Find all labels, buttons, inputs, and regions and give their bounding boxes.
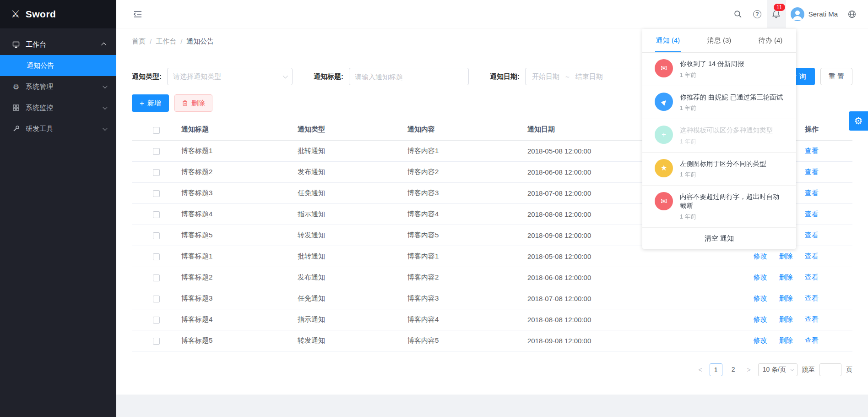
- gear-icon: ⚙: [854, 115, 863, 126]
- notification-title: 你推荐的 曲妮妮 已通过第三轮面试: [680, 93, 783, 102]
- notification-item[interactable]: ▶ 你推荐的 曲妮妮 已通过第三轮面试 1 年前: [642, 86, 796, 120]
- gear-icon: ⚙: [12, 82, 20, 91]
- row-action-edit[interactable]: 修改: [754, 294, 767, 302]
- menu-fold-icon: [133, 10, 142, 19]
- header-notice-type: 通知类型: [298, 119, 407, 140]
- sidebar-item-label: 系统管理: [26, 82, 53, 91]
- row-action-view[interactable]: 查看: [805, 231, 819, 239]
- page-unit-label: 页: [846, 366, 852, 374]
- settings-fab-button[interactable]: ⚙: [849, 111, 868, 131]
- row-checkbox[interactable]: [153, 211, 160, 218]
- row-action-delete[interactable]: 删除: [779, 252, 793, 260]
- row-action-delete[interactable]: 删除: [779, 273, 793, 281]
- row-action-delete[interactable]: 删除: [779, 315, 793, 323]
- row-checkbox[interactable]: [153, 253, 160, 260]
- row-checkbox[interactable]: [153, 190, 160, 197]
- search-icon[interactable]: [728, 0, 748, 28]
- notice-type-select[interactable]: 请选择通知类型: [167, 68, 293, 85]
- row-action-view[interactable]: 查看: [805, 336, 819, 344]
- row-checkbox[interactable]: [153, 317, 160, 324]
- pagination: < 1 2 > 10 条/页 跳至 页: [132, 363, 852, 376]
- page-number-2[interactable]: 2: [727, 363, 740, 376]
- notification-bell-button[interactable]: 11: [767, 0, 786, 28]
- user-name: Serati Ma: [808, 10, 838, 18]
- sidebar-menu: 工作台 通知公告 ⚙ 系统管理 系统监控: [0, 28, 116, 139]
- tab-todos[interactable]: 待办 (4): [745, 29, 796, 52]
- row-checkbox[interactable]: [153, 148, 160, 155]
- prev-page-button[interactable]: <: [696, 366, 705, 373]
- row-checkbox[interactable]: [153, 169, 160, 176]
- page-size-select[interactable]: 10 条/页: [758, 363, 797, 376]
- row-action-view[interactable]: 查看: [805, 147, 819, 154]
- cell-notice-type: 发布通知: [298, 267, 407, 288]
- tab-messages[interactable]: 消息 (3): [694, 29, 745, 52]
- header-notice-content: 通知内容: [407, 119, 527, 140]
- sidebar-item-dev-tools[interactable]: 研发工具: [0, 118, 116, 139]
- sidebar-item-system-manage[interactable]: ⚙ 系统管理: [0, 76, 116, 97]
- add-button[interactable]: + 新增: [132, 94, 169, 112]
- delete-button[interactable]: 删除: [174, 94, 212, 112]
- cell-notice-date: 2018-06-08 12:00:00: [527, 267, 711, 288]
- sidebar-collapse-button[interactable]: [128, 0, 147, 28]
- breadcrumb-home[interactable]: 首页: [132, 37, 146, 46]
- row-action-view[interactable]: 查看: [805, 315, 819, 323]
- sidebar-item-workbench[interactable]: 工作台: [0, 34, 116, 55]
- notification-item[interactable]: ✉ 内容不要超过两行字，超出时自动截断 1 年前: [642, 186, 796, 228]
- row-action-view[interactable]: 查看: [805, 210, 819, 218]
- cell-notice-content: 博客内容3: [407, 182, 527, 203]
- chevron-down-icon: [103, 104, 108, 110]
- notification-item[interactable]: ✉ 你收到了 14 份新周报 1 年前: [642, 53, 796, 86]
- send-icon: ▶: [655, 93, 673, 111]
- next-page-button[interactable]: >: [744, 366, 754, 373]
- cell-notice-date: 2018-09-08 12:00:00: [527, 330, 711, 351]
- row-action-view[interactable]: 查看: [805, 273, 819, 281]
- cell-notice-content: 博客内容2: [407, 267, 527, 288]
- notice-title-input[interactable]: [349, 68, 469, 85]
- row-action-edit[interactable]: 修改: [754, 252, 767, 260]
- row-action-edit[interactable]: 修改: [754, 336, 767, 344]
- chevron-down-icon: [103, 126, 108, 131]
- cell-notice-title: 博客标题3: [181, 182, 298, 203]
- row-action-delete[interactable]: 删除: [779, 294, 793, 302]
- row-action-view[interactable]: 查看: [805, 252, 819, 260]
- table-row: 博客标题4 指示通知 博客内容4 2018-08-08 12:00:00 修改 …: [132, 309, 852, 330]
- row-action-edit[interactable]: 修改: [754, 273, 767, 281]
- page-number-1[interactable]: 1: [710, 363, 722, 376]
- row-checkbox[interactable]: [153, 296, 160, 302]
- cell-notice-title: 博客标题2: [181, 267, 298, 288]
- cell-notice-content: 博客内容2: [407, 161, 527, 182]
- row-action-view[interactable]: 查看: [805, 168, 819, 176]
- user-menu[interactable]: Serati Ma: [786, 7, 842, 21]
- row-checkbox[interactable]: [153, 338, 160, 345]
- breadcrumb-separator: /: [180, 38, 182, 45]
- tab-notices[interactable]: 通知 (4): [642, 29, 694, 52]
- cell-notice-type: 指示通知: [298, 309, 407, 330]
- cell-notice-content: 博客内容5: [407, 225, 527, 246]
- row-action-view[interactable]: 查看: [805, 294, 819, 302]
- row-action-edit[interactable]: 修改: [754, 315, 767, 323]
- row-checkbox[interactable]: [153, 274, 160, 281]
- cell-notice-type: 转发通知: [298, 225, 407, 246]
- cell-notice-type: 任免通知: [298, 182, 407, 203]
- grid-icon: [12, 104, 20, 111]
- notification-title: 内容不要超过两行字，超出时自动截断: [680, 192, 784, 210]
- cell-notice-type: 转发通知: [298, 330, 407, 351]
- breadcrumb-workbench[interactable]: 工作台: [156, 37, 176, 46]
- row-action-view[interactable]: 查看: [805, 189, 819, 197]
- date-range-picker[interactable]: 开始日期 ~ 结束日期: [525, 68, 662, 85]
- clear-notifications-button[interactable]: 清空 通知: [642, 228, 796, 249]
- jump-page-input[interactable]: [819, 363, 841, 376]
- globe-icon[interactable]: [842, 0, 862, 28]
- notification-item[interactable]: ★ 左侧图标用于区分不同的类型 1 年前: [642, 153, 796, 186]
- sidebar-item-system-monitor[interactable]: 系统监控: [0, 97, 116, 118]
- notification-item[interactable]: + 这种模板可以区分多种通知类型 1 年前: [642, 119, 796, 153]
- row-checkbox[interactable]: [153, 232, 160, 239]
- sidebar-item-notice[interactable]: 通知公告: [0, 55, 116, 76]
- star-icon: ★: [655, 159, 673, 177]
- desktop-icon: [12, 41, 20, 48]
- reset-button[interactable]: 重 置: [820, 68, 852, 85]
- select-all-checkbox[interactable]: [153, 127, 160, 134]
- help-icon[interactable]: ?: [748, 0, 767, 28]
- table-row: 博客标题2 发布通知 博客内容2 2018-06-08 12:00:00 修改 …: [132, 267, 852, 288]
- row-action-delete[interactable]: 删除: [779, 336, 793, 344]
